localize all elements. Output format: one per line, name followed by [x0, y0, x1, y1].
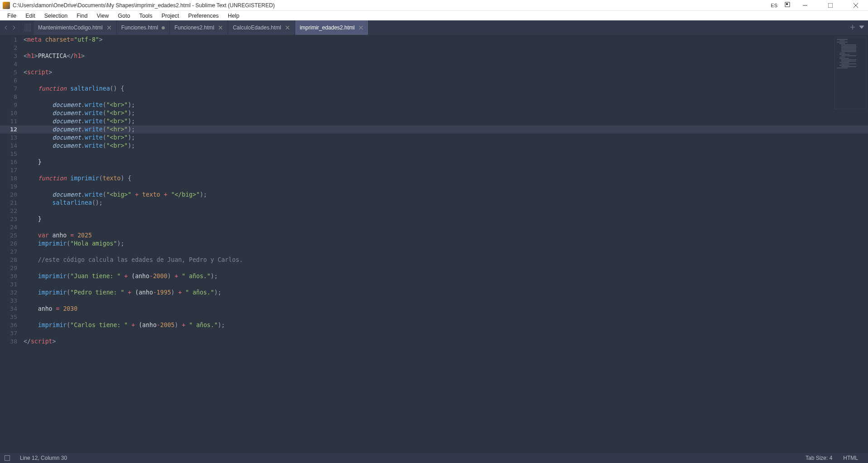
code-line[interactable]: }	[24, 215, 868, 223]
line-number[interactable]: 10	[0, 109, 24, 117]
code-line[interactable]: <h1>PRACTICA</h1>	[24, 52, 868, 60]
menu-edit[interactable]: Edit	[21, 12, 40, 20]
tab-close-button[interactable]	[106, 25, 112, 30]
line-number[interactable]: 32	[0, 289, 24, 297]
line-number[interactable]: 27	[0, 248, 24, 256]
code-line[interactable]: //este código calcula las edades de Juan…	[24, 256, 868, 264]
code-line[interactable]: document.write("<hr>");	[24, 125, 868, 134]
line-number[interactable]: 28	[0, 256, 24, 264]
menu-goto[interactable]: Goto	[113, 12, 134, 20]
statusbar-panel-icon[interactable]	[5, 455, 10, 461]
code-line[interactable]: document.write("<br>");	[24, 117, 868, 125]
code-line[interactable]: document.write("<br>");	[24, 101, 868, 109]
code-line[interactable]: imprimir("Carlos tiene: " + (anho-2005) …	[24, 321, 868, 329]
line-number[interactable]: 1	[0, 36, 24, 44]
menu-file[interactable]: File	[3, 12, 21, 20]
line-number-gutter[interactable]: 1234567891011121314151617181920212223242…	[0, 35, 24, 453]
screen-snip-icon[interactable]	[785, 2, 790, 9]
code-line[interactable]	[24, 297, 868, 305]
line-number[interactable]: 25	[0, 232, 24, 240]
nav-forward-button[interactable]	[11, 24, 17, 31]
code-line[interactable]	[24, 313, 868, 321]
line-number[interactable]: 11	[0, 117, 24, 125]
menu-tools[interactable]: Tools	[134, 12, 157, 20]
code-content[interactable]: <meta charset="utf-8"> <h1>PRACTICA</h1>…	[24, 35, 868, 453]
code-line[interactable]: var anho = 2025	[24, 232, 868, 240]
code-line[interactable]: document.write("<br>");	[24, 142, 868, 150]
line-number[interactable]: 9	[0, 101, 24, 109]
code-line[interactable]	[24, 264, 868, 272]
line-number[interactable]: 33	[0, 297, 24, 305]
menu-preferences[interactable]: Preferences	[184, 12, 223, 20]
code-line[interactable]: imprimir("Juan tiene: " + (anho-2000) + …	[24, 272, 868, 280]
line-number[interactable]: 17	[0, 166, 24, 174]
line-number[interactable]: 3	[0, 52, 24, 60]
line-number[interactable]: 35	[0, 313, 24, 321]
line-number[interactable]: 16	[0, 158, 24, 166]
tab-close-button[interactable]	[218, 25, 223, 30]
code-line[interactable]	[24, 44, 868, 52]
code-line[interactable]: <script>	[24, 68, 868, 77]
editor-area[interactable]: 1234567891011121314151617181920212223242…	[0, 35, 868, 453]
code-line[interactable]	[24, 248, 868, 256]
code-line[interactable]: saltarlinea();	[24, 199, 868, 207]
line-number[interactable]: 14	[0, 142, 24, 150]
code-line[interactable]: <meta charset="utf-8">	[24, 36, 868, 44]
line-number[interactable]: 6	[0, 77, 24, 85]
line-number[interactable]: 7	[0, 85, 24, 93]
code-line[interactable]	[24, 223, 868, 232]
tab-funciones-html[interactable]: Funciones.html	[117, 20, 170, 35]
line-number[interactable]: 20	[0, 191, 24, 199]
menu-project[interactable]: Project	[157, 12, 184, 20]
code-line[interactable]	[24, 60, 868, 68]
code-line[interactable]: }	[24, 158, 868, 166]
code-line[interactable]	[24, 93, 868, 101]
tab-mantenimientocodigo-html[interactable]: MantenimientoCodigo.html	[34, 20, 117, 35]
minimap[interactable]	[834, 37, 866, 109]
line-number[interactable]: 12	[0, 125, 24, 134]
code-line[interactable]: imprimir("Pedro tiene: " + (anho-1995) +…	[24, 289, 868, 297]
line-number[interactable]: 4	[0, 60, 24, 68]
line-number[interactable]: 8	[0, 93, 24, 101]
line-number[interactable]: 2	[0, 44, 24, 52]
tab-calculoedades-html[interactable]: CalculoEdades.html	[228, 20, 295, 35]
line-number[interactable]: 31	[0, 280, 24, 289]
menu-selection[interactable]: Selection	[40, 12, 72, 20]
line-number[interactable]: 13	[0, 134, 24, 142]
line-number[interactable]: 29	[0, 264, 24, 272]
code-line[interactable]	[24, 183, 868, 191]
line-number[interactable]: 38	[0, 338, 24, 346]
tab-close-button[interactable]	[358, 25, 364, 30]
window-minimize-button[interactable]	[795, 0, 815, 10]
code-line[interactable]: imprimir("Hola amigos");	[24, 240, 868, 248]
line-number[interactable]: 21	[0, 199, 24, 207]
line-number[interactable]: 19	[0, 183, 24, 191]
code-line[interactable]	[24, 329, 868, 338]
code-line[interactable]: document.write("<br>");	[24, 109, 868, 117]
nav-back-button[interactable]	[3, 24, 9, 31]
tab-grip-icon[interactable]	[22, 20, 34, 35]
line-number[interactable]: 22	[0, 207, 24, 215]
line-number[interactable]: 37	[0, 329, 24, 338]
code-line[interactable]	[24, 150, 868, 158]
code-line[interactable]	[24, 77, 868, 85]
line-number[interactable]: 23	[0, 215, 24, 223]
tab-funciones2-html[interactable]: Funciones2.html	[170, 20, 228, 35]
code-line[interactable]: </script>	[24, 338, 868, 346]
input-language-indicator[interactable]: ES	[768, 2, 780, 9]
code-line[interactable]: document.write("<br>");	[24, 134, 868, 142]
tab-imprimir_edades2-html[interactable]: imprimir_edades2.html	[295, 20, 369, 35]
menu-view[interactable]: View	[92, 12, 113, 20]
menu-help[interactable]: Help	[223, 12, 244, 20]
line-number[interactable]: 30	[0, 272, 24, 280]
code-line[interactable]: function saltarlinea() {	[24, 85, 868, 93]
code-line[interactable]	[24, 280, 868, 289]
line-number[interactable]: 15	[0, 150, 24, 158]
code-line[interactable]	[24, 166, 868, 174]
line-number[interactable]: 5	[0, 68, 24, 77]
line-number[interactable]: 24	[0, 223, 24, 232]
line-number[interactable]: 34	[0, 305, 24, 313]
code-line[interactable]: function imprimir(texto) {	[24, 174, 868, 183]
code-line[interactable]: document.write("<big>" + texto + "</big>…	[24, 191, 868, 199]
line-number[interactable]: 26	[0, 240, 24, 248]
